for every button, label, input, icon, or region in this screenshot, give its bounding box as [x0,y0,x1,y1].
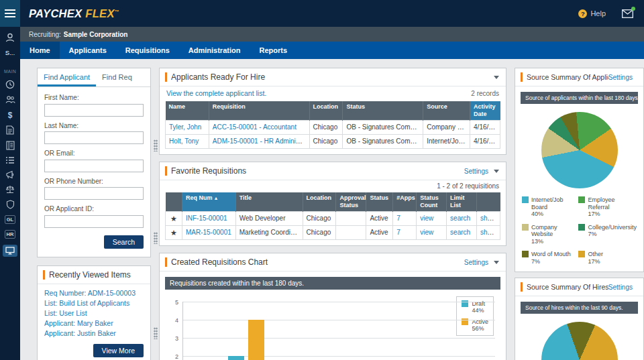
column-header[interactable]: Title [235,192,303,212]
collapse-chevron-icon[interactable] [494,261,499,264]
y-axis-tick: 4 [164,317,178,324]
recruiting-monitor-item[interactable] [3,245,17,257]
y-axis-tick: 5 [164,299,178,306]
ledger-icon[interactable] [6,141,15,150]
legend-swatch [578,196,585,203]
settings-link[interactable]: Settings [608,74,633,81]
nav-item-home[interactable]: Home [20,42,60,59]
column-header[interactable] [166,192,182,212]
share-link[interactable]: share [480,215,497,222]
or-email-input[interactable] [44,160,144,172]
table-cell: Company Website [423,121,470,135]
share-link[interactable]: share [480,229,497,236]
requisition-link[interactable]: ACC-15-00001 - Accountant [213,123,297,131]
applicant-link[interactable]: Tyler, John [169,123,201,131]
favorite-star-icon[interactable]: ★ [166,226,182,240]
favorite-star-icon[interactable]: ★ [166,212,182,226]
view-complete-applicant-list-link[interactable]: View the complete applicant list. [166,89,471,97]
table-cell [336,212,366,226]
req-num-link[interactable]: MAR-15-00001 [186,229,231,236]
clock-icon[interactable] [5,80,15,89]
legend-item: Employee Referral17% [578,196,637,218]
column-header[interactable]: Activity Date [470,101,500,121]
records-count: 2 records [471,90,499,97]
table-cell: OB - Signatures Completed [343,121,423,135]
megaphone-icon[interactable] [5,170,15,179]
settings-link[interactable]: Settings [464,259,488,266]
column-header[interactable]: Location [303,192,336,212]
collapse-chevron-icon[interactable] [494,170,499,173]
recently-viewed-item[interactable]: List: Build List of Applicants [44,298,144,308]
last-name-input[interactable] [44,131,144,144]
column-header[interactable]: Approval Status [336,192,366,212]
collapse-chevron-icon[interactable] [494,76,499,79]
or-applicant-id-input[interactable] [44,215,144,228]
notification-dot [631,7,635,11]
table-cell: Tyler, John [166,121,209,135]
column-header[interactable]: Requisition [209,101,309,121]
column-header[interactable] [477,192,500,212]
tab-find-applicant[interactable]: Find Applicant [38,68,96,86]
table-cell: Chicago [303,226,336,240]
view-more-button[interactable]: View More [93,344,144,357]
applicant-link[interactable]: Holt, Tony [169,137,199,145]
column-header[interactable]: Limit List [447,192,477,212]
settings-link[interactable]: Settings [464,168,488,175]
general-ledger-item[interactable]: GL [5,215,15,224]
view-link[interactable]: view [420,215,433,222]
messages-button[interactable] [622,9,633,19]
profile-name-label[interactable]: S... [5,49,15,56]
legend-item: Internet/Job Board40% [522,196,577,218]
nav-item-administration[interactable]: Administration [179,42,250,59]
people-icon[interactable] [5,95,15,104]
nav-item-applicants[interactable]: Applicants [60,42,116,59]
widget-drag-handle[interactable] [154,327,158,339]
column-header[interactable]: Name [166,101,209,121]
first-name-input[interactable] [44,104,144,117]
column-header[interactable]: #Apps [393,192,417,212]
tab-find-req[interactable]: Find Req [96,68,138,86]
table-cell: INF-15-00001 [182,212,235,226]
search-link[interactable]: search [450,229,470,236]
dollar-icon[interactable]: $ [5,110,15,119]
table-cell: MAR-15-00001 [182,226,235,240]
legend-swatch [522,196,529,203]
search-button[interactable]: Search [104,235,144,249]
view-link[interactable]: view [420,229,433,236]
shield-icon[interactable] [6,200,15,209]
list-icon[interactable] [5,156,15,164]
profile-avatar-icon[interactable] [5,32,15,43]
recently-viewed-item[interactable]: List: User List [44,308,144,318]
monitor-icon [5,247,15,255]
table-cell: Active [366,226,393,240]
column-header[interactable]: Location [309,101,343,121]
column-header[interactable]: Status [343,101,423,121]
or-applicant-id-label: OR Applicant ID: [44,205,144,213]
column-header[interactable]: Status Count [417,192,447,212]
hamburger-menu-icon[interactable] [0,0,20,27]
settings-link[interactable]: Settings [608,284,633,291]
req-num-link[interactable]: INF-15-00001 [186,215,227,222]
recently-viewed-item[interactable]: Req Number: ADM-15-00003 [44,288,144,298]
help-button[interactable]: ? Help [578,9,606,18]
recently-viewed-item[interactable]: Applicant: Mary Baker [44,318,144,328]
column-header[interactable]: Status [366,192,393,212]
column-header[interactable]: Req Num▲ [182,192,235,212]
recently-viewed-item[interactable]: Applicant: Justin Baker [44,328,144,339]
nav-item-requisitions[interactable]: Requisitions [116,42,179,59]
requisition-link[interactable]: ADM-15-00001 - HR Administrator [213,137,309,145]
document-icon[interactable] [6,125,14,135]
widget-drag-handle[interactable] [154,139,158,152]
search-link[interactable]: search [450,215,470,222]
accent-bar [165,166,167,176]
nav-item-reports[interactable]: Reports [250,42,297,59]
hr-item[interactable]: HR [5,230,16,239]
column-header[interactable]: Source [423,101,470,121]
table-cell: OB - Signatures Completed [343,135,423,149]
scales-icon[interactable] [5,185,15,194]
apps-count-link[interactable]: 7 [396,215,400,222]
gridline [182,320,495,320]
widget-drag-handle[interactable] [154,232,158,244]
apps-count-link[interactable]: 7 [396,229,400,236]
or-phone-number-input[interactable] [44,187,144,200]
